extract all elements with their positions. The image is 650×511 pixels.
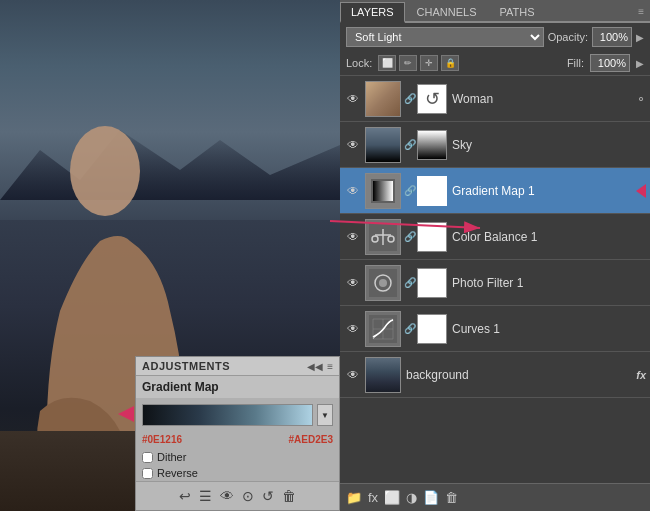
layer-link-sky: 🔗 xyxy=(404,139,414,150)
layer-eye-background[interactable]: 👁 xyxy=(344,366,362,384)
layer-eye-color-balance[interactable]: 👁 xyxy=(344,228,362,246)
panel-footer: 📁 fx ⬜ ◑ 📄 🗑 xyxy=(340,483,650,511)
layer-eye-woman[interactable]: 👁 xyxy=(344,90,362,108)
delete-layer-icon[interactable]: 🗑 xyxy=(445,490,458,505)
layer-link-curves: 🔗 xyxy=(404,323,414,334)
layer-name-sky: Sky xyxy=(450,138,646,152)
dither-checkbox[interactable] xyxy=(142,452,153,463)
layer-name-photo-filter: Photo Filter 1 xyxy=(450,276,646,290)
color-stops-row: #0E1216 #AED2E3 xyxy=(136,432,339,449)
reverse-row: Reverse xyxy=(136,465,339,481)
layer-mask-extra-woman: ⚬ xyxy=(636,92,646,106)
layer-link-woman: 🔗 xyxy=(404,93,414,104)
add-mask-icon[interactable]: ⬜ xyxy=(384,490,400,505)
adjustments-footer: ↩ ☰ 👁 ⊙ ↺ 🗑 xyxy=(136,481,339,510)
layer-thumb-background xyxy=(365,357,401,393)
reverse-checkbox[interactable] xyxy=(142,468,153,479)
blend-mode-row: Soft Light Opacity: ▶ xyxy=(340,23,650,51)
layer-name-curves: Curves 1 xyxy=(450,322,646,336)
layer-mask-woman: ↺ xyxy=(417,84,447,114)
svg-point-0 xyxy=(70,126,140,216)
new-group-icon[interactable]: 📁 xyxy=(346,490,362,505)
layer-item-curves[interactable]: 👁 🔗 Curves 1 xyxy=(340,306,650,352)
fill-input[interactable] xyxy=(590,54,630,72)
color-stop-left: #0E1216 xyxy=(142,434,182,445)
layer-item-photo-filter[interactable]: 👁 🔗 Photo Filter 1 xyxy=(340,260,650,306)
layer-thumb-curves xyxy=(365,311,401,347)
new-layer-icon[interactable]: 📄 xyxy=(423,490,439,505)
layer-eye-curves[interactable]: 👁 xyxy=(344,320,362,338)
layer-mask-sky xyxy=(417,130,447,160)
layer-eye-gradient-map[interactable]: 👁 xyxy=(344,182,362,200)
layer-link-photo-filter: 🔗 xyxy=(404,277,414,288)
layer-item-sky[interactable]: 👁 🔗 Sky xyxy=(340,122,650,168)
gradient-map-icon xyxy=(369,177,397,205)
layer-mask-gradient-map xyxy=(417,176,447,206)
photo-filter-icon xyxy=(369,269,397,297)
gradient-map-row: ▼ xyxy=(136,398,339,432)
lock-row: Lock: ⬜ ✏ ✛ 🔒 Fill: ▶ xyxy=(340,51,650,76)
layer-link-gradient-map: 🔗 xyxy=(404,185,414,196)
header-back-icon[interactable]: ◀◀ xyxy=(307,361,323,372)
svg-rect-2 xyxy=(373,181,393,201)
curves-icon xyxy=(369,315,397,343)
color-balance-icon xyxy=(369,223,397,251)
layer-item-color-balance[interactable]: 👁 🔗 Color Balance 1 xyxy=(340,214,650,260)
adjustment-type-label: Gradient Map xyxy=(136,376,339,398)
panel-menu-icon[interactable]: ≡ xyxy=(632,2,650,21)
layer-fx-background[interactable]: fx xyxy=(636,369,646,381)
adjustments-header-icons: ◀◀ ≡ xyxy=(307,361,333,372)
footer-icons-group: 📁 fx ⬜ ◑ 📄 🗑 xyxy=(346,490,458,505)
red-arrow-indicator xyxy=(636,184,646,198)
layer-eye-sky[interactable]: 👁 xyxy=(344,136,362,154)
layer-name-woman: Woman xyxy=(450,92,633,106)
opacity-arrow-icon[interactable]: ▶ xyxy=(636,32,644,43)
lock-label: Lock: xyxy=(346,57,372,69)
adj-delete-icon[interactable]: 🗑 xyxy=(282,488,296,504)
opacity-input[interactable] xyxy=(592,27,632,47)
red-arrow-gradient xyxy=(118,406,134,422)
adj-refresh-icon[interactable]: ↺ xyxy=(262,488,274,504)
tab-channels[interactable]: CHANNELS xyxy=(406,2,488,21)
adjustments-panel: ADJUSTMENTS ◀◀ ≡ Gradient Map ▼ #0E1216 … xyxy=(135,356,340,511)
red-arrow-layer xyxy=(642,184,646,198)
layer-mask-photo-filter xyxy=(417,268,447,298)
fill-label: Fill: xyxy=(567,57,584,69)
layers-panel: LAYERS CHANNELS PATHS ≡ Soft Light Opaci… xyxy=(340,0,650,511)
layer-item-woman[interactable]: 👁 🔗 ↺ Woman ⚬ xyxy=(340,76,650,122)
photo-area: ADJUSTMENTS ◀◀ ≡ Gradient Map ▼ #0E1216 … xyxy=(0,0,340,511)
layer-link-color-balance: 🔗 xyxy=(404,231,414,242)
add-style-icon[interactable]: fx xyxy=(368,490,378,505)
layer-name-background: background xyxy=(404,368,633,382)
svg-point-10 xyxy=(379,279,387,287)
layer-item-background[interactable]: 👁 background fx xyxy=(340,352,650,398)
panel-tabs: LAYERS CHANNELS PATHS ≡ xyxy=(340,0,650,23)
gradient-dropdown-arrow[interactable]: ▼ xyxy=(317,404,333,426)
lock-position-btn[interactable]: ✛ xyxy=(420,55,438,71)
header-menu-icon[interactable]: ≡ xyxy=(327,361,333,372)
dither-label: Dither xyxy=(157,451,186,463)
adjustments-title: ADJUSTMENTS xyxy=(142,360,230,372)
adj-clip-icon[interactable]: ⊙ xyxy=(242,488,254,504)
gradient-preview[interactable] xyxy=(142,404,313,426)
adj-new-icon[interactable]: ☰ xyxy=(199,488,212,504)
layer-thumb-color-balance xyxy=(365,219,401,255)
layer-name-color-balance: Color Balance 1 xyxy=(450,230,646,244)
layer-list[interactable]: 👁 🔗 ↺ Woman ⚬ 👁 🔗 Sky xyxy=(340,76,650,483)
lock-image-btn[interactable]: ✏ xyxy=(399,55,417,71)
lock-icons-group: ⬜ ✏ ✛ 🔒 xyxy=(378,55,459,71)
layer-mask-color-balance xyxy=(417,222,447,252)
adj-reset-icon[interactable]: ↩ xyxy=(179,488,191,504)
layer-eye-photo-filter[interactable]: 👁 xyxy=(344,274,362,292)
adj-eye-icon[interactable]: 👁 xyxy=(220,488,234,504)
fill-arrow-icon[interactable]: ▶ xyxy=(636,58,644,69)
layer-thumb-photo-filter xyxy=(365,265,401,301)
blend-mode-select[interactable]: Soft Light xyxy=(346,27,544,47)
layer-item-gradient-map[interactable]: 👁 🔗 Gradient Map 1 xyxy=(340,168,650,214)
lock-all-btn[interactable]: 🔒 xyxy=(441,55,459,71)
new-adjustment-icon[interactable]: ◑ xyxy=(406,490,417,505)
tab-layers[interactable]: LAYERS xyxy=(340,2,405,23)
lock-pixels-btn[interactable]: ⬜ xyxy=(378,55,396,71)
tab-paths[interactable]: PATHS xyxy=(489,2,546,21)
layer-thumb-gradient-map xyxy=(365,173,401,209)
